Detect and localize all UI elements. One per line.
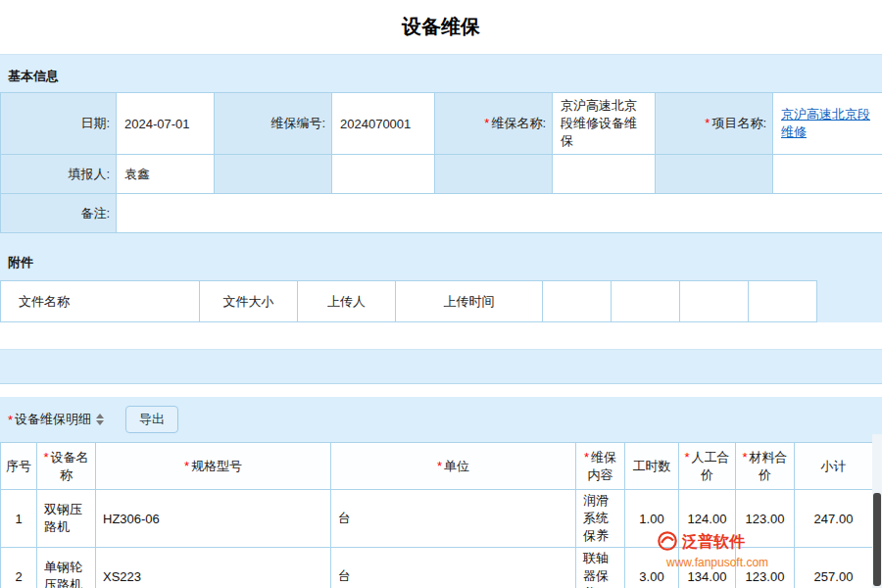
empty-label-cell — [435, 155, 553, 194]
required-mark: * — [742, 450, 747, 465]
project-name-label: *项目名称: — [656, 93, 773, 155]
watermark-url: www.fanpusoft.com — [666, 556, 768, 569]
col-header-unit: *单位 — [331, 443, 576, 490]
attach-header-uploadtime: 上传时间 — [396, 281, 543, 322]
vertical-scrollbar[interactable] — [872, 434, 882, 588]
empty-value-cell — [332, 155, 435, 194]
empty-label-cell — [215, 155, 332, 194]
date-value: 2024-07-01 — [117, 93, 215, 155]
sort-spinner-icon[interactable] — [96, 414, 104, 425]
col-header-material-total: *材料合价 — [736, 443, 795, 490]
required-mark: * — [484, 116, 489, 130]
col-header-hours: 工时数 — [625, 443, 679, 490]
cell-unit: 台 — [331, 548, 576, 588]
attach-header-empty — [749, 281, 817, 322]
cell-content: 润滑系统保养 — [576, 490, 625, 548]
required-mark: * — [184, 459, 189, 473]
attachments-table: 文件名称 文件大小 上传人 上传时间 — [0, 280, 817, 322]
attach-header-empty — [612, 281, 680, 322]
title-bar: 设备维保 — [0, 0, 882, 54]
empty-value-cell — [553, 155, 656, 194]
date-label: 日期: — [1, 93, 117, 155]
cell-unit: 台 — [331, 490, 576, 548]
empty-label-cell — [656, 155, 773, 194]
export-button[interactable]: 导出 — [125, 406, 178, 433]
details-section-title: 设备维保明细 — [15, 411, 91, 428]
cell-serial: 2 — [1, 548, 37, 588]
required-mark: * — [43, 450, 48, 465]
col-header-content: *维保内容 — [576, 443, 625, 490]
details-header-row: 序号 *设备名称 *规格型号 *单位 *维保内容 工时数 *人工合价 *材料合价… — [1, 443, 873, 490]
col-header-subtotal: 小计 — [795, 443, 873, 490]
col-header-model: *规格型号 — [96, 443, 331, 490]
maintenance-name-label: *维保名称: — [435, 93, 553, 155]
watermark: 泛普软件 www.fanpusoft.com — [657, 530, 768, 569]
col-header-serial: 序号 — [1, 443, 37, 490]
reporter-label: 填报人: — [1, 155, 117, 194]
fanpu-logo-icon — [657, 530, 678, 555]
page-title: 设备维保 — [402, 14, 480, 40]
required-mark: * — [705, 116, 710, 130]
code-value: 2024070001 — [332, 93, 435, 155]
col-header-labor-total: *人工合价 — [679, 443, 736, 490]
attachments-section-title: 附件 — [0, 233, 882, 280]
required-mark: * — [584, 450, 589, 465]
basic-info-section-title: 基本信息 — [0, 55, 882, 92]
required-mark: * — [684, 450, 689, 465]
remark-label: 备注: — [1, 194, 117, 233]
attach-header-empty — [543, 281, 612, 322]
col-header-equipment-name: *设备名称 — [37, 443, 96, 490]
attach-header-filesize: 文件大小 — [200, 281, 298, 322]
cell-serial: 1 — [1, 490, 37, 548]
basic-info-form: 日期: 2024-07-01 维保编号: 2024070001 *维保名称: 京… — [0, 92, 882, 233]
cell-content: 联轴器保养 — [576, 548, 625, 588]
equipment-maintenance-page: 设备维保 基本信息 日期: 2024-07-01 维保编号: 202407000… — [0, 0, 882, 588]
required-mark: * — [437, 459, 442, 473]
attach-header-uploader: 上传人 — [298, 281, 396, 322]
code-label: 维保编号: — [215, 93, 332, 155]
cell-model: HZ306-06 — [96, 490, 331, 548]
scrollbar-thumb[interactable] — [873, 493, 881, 586]
project-name-cell: 京沪高速北京段维修 — [773, 93, 882, 155]
empty-value-cell — [773, 155, 882, 194]
attach-header-filename: 文件名称 — [1, 281, 200, 322]
maintenance-name-value: 京沪高速北京段维修设备维保 — [553, 93, 656, 155]
main-panel: 基本信息 日期: 2024-07-01 维保编号: 2024070001 *维保… — [0, 54, 882, 588]
attachments-empty-area — [0, 322, 882, 350]
watermark-brand: 泛普软件 — [682, 532, 745, 553]
cell-subtotal: 247.00 — [795, 490, 873, 548]
divider-strip — [0, 383, 882, 397]
cell-subtotal: 257.00 — [795, 548, 873, 588]
project-link[interactable]: 京沪高速北京段维修 — [781, 107, 870, 139]
cell-equipment-name: 单钢轮压路机 — [37, 548, 96, 588]
spacer — [0, 350, 882, 383]
cell-equipment-name: 双钢压路机 — [37, 490, 96, 548]
reporter-value: 袁鑫 — [117, 155, 215, 194]
remark-value — [117, 194, 882, 233]
cell-model: XS223 — [96, 548, 331, 588]
attach-header-empty — [680, 281, 749, 322]
details-section-header: * 设备维保明细 导出 — [0, 397, 882, 442]
required-mark: * — [8, 413, 13, 427]
